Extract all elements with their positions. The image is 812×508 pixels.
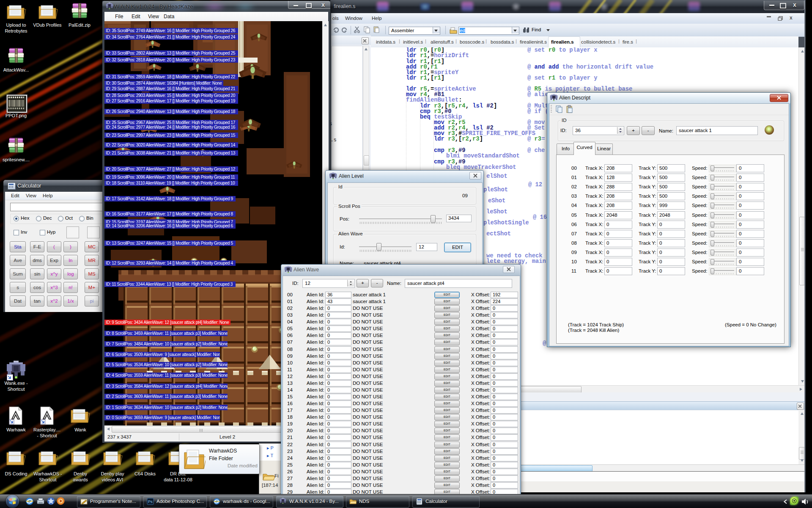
svg-text:Ps: Ps	[148, 500, 153, 504]
